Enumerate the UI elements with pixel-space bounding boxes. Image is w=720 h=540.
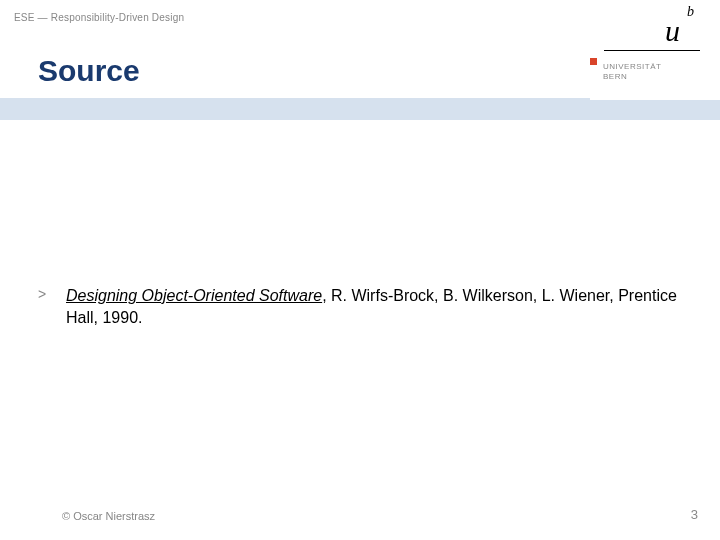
title-band	[0, 98, 720, 120]
citation-text: Designing Object-Oriented Software, R. W…	[66, 285, 680, 328]
logo-university-text: UNIVERSITÄT BERN	[603, 62, 661, 83]
slide: ESE — Responsibility-Driven Design Sourc…	[0, 0, 720, 540]
header-course-line: ESE — Responsibility-Driven Design	[14, 12, 184, 23]
logo-dot-icon	[590, 58, 597, 65]
logo-letter-u: u	[665, 14, 680, 48]
logo-uni-line2: BERN	[603, 72, 661, 82]
logo-uni-line1: UNIVERSITÄT	[603, 62, 661, 72]
logo-letter-b: b	[687, 4, 694, 20]
content-area: > Designing Object-Oriented Software, R.…	[38, 285, 680, 328]
logo-divider	[604, 50, 700, 51]
bullet-item: > Designing Object-Oriented Software, R.…	[38, 285, 680, 328]
footer-page-number: 3	[691, 507, 698, 522]
page-title: Source	[38, 54, 140, 88]
bullet-marker-icon: >	[38, 285, 48, 305]
footer-copyright: © Oscar Nierstrasz	[62, 510, 155, 522]
book-title: Designing Object-Oriented Software	[66, 287, 322, 304]
university-logo: u b	[590, 0, 720, 100]
